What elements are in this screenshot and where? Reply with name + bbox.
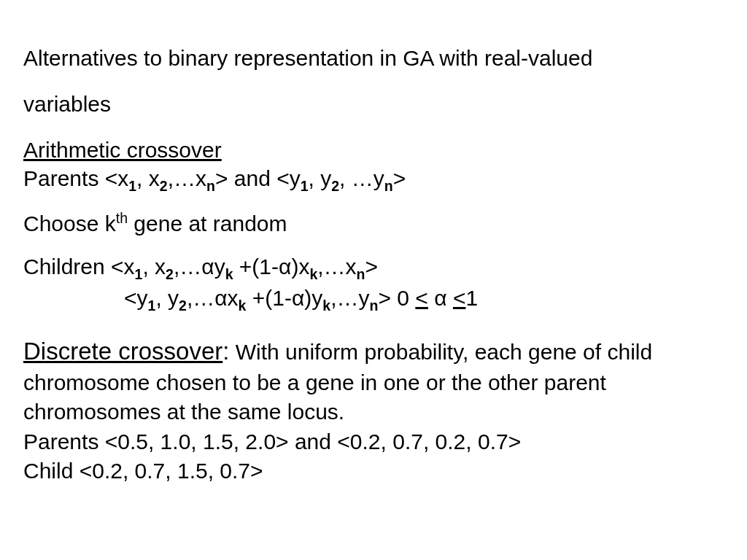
c2m2: +(1- bbox=[246, 286, 292, 310]
discrete-section: Discrete crossover: With uniform probabi… bbox=[23, 335, 724, 486]
children-label: Children <x bbox=[23, 254, 135, 279]
arithmetic-heading: Arithmetic crossover bbox=[23, 136, 724, 164]
discrete-child: Child <0.2, 0.7, 1.5, 0.7> bbox=[23, 456, 724, 486]
parents-close: > bbox=[393, 166, 406, 190]
c1m3: )x bbox=[291, 254, 309, 279]
title-line1: Alternatives to binary representation in… bbox=[23, 44, 724, 72]
c2m: x bbox=[228, 286, 239, 310]
c1m2: +(1- bbox=[233, 254, 279, 279]
parents-mid: > and <y bbox=[215, 166, 301, 190]
c2m3: )y bbox=[304, 286, 322, 310]
discrete-parents: Parents <0.5, 1.0, 1.5, 2.0> and <0.2, 0… bbox=[23, 427, 724, 457]
child-line1: Children <x1, x2,…αyk +(1-α)xk,…xn> bbox=[23, 252, 724, 284]
c1m: y bbox=[214, 254, 225, 279]
title-line2: variables bbox=[23, 90, 724, 118]
slide-title: Alternatives to binary representation in… bbox=[23, 44, 724, 118]
child-line2: <y1, y2,…αxk +(1-α)yk,…yn> 0 < α <1 bbox=[23, 284, 724, 315]
le2: < bbox=[453, 286, 466, 310]
parents-line: Parents <x1, x2,…xn> and <y1, y2, …yn> bbox=[23, 164, 724, 195]
discrete-heading: Discrete crossover bbox=[23, 338, 222, 365]
le1: < bbox=[415, 286, 428, 310]
apost: 1 bbox=[465, 286, 478, 310]
children-block: Children <x1, x2,…αyk +(1-α)xk,…xn> <y1,… bbox=[23, 252, 724, 316]
apre: > 0 bbox=[378, 286, 415, 310]
choose-tail: gene at random bbox=[128, 211, 287, 236]
parents-label: Parents <x bbox=[23, 166, 128, 190]
choose-line: Choose kth gene at random bbox=[23, 209, 724, 239]
arithmetic-section: Arithmetic crossover Parents <x1, x2,…xn… bbox=[23, 136, 724, 195]
choose-label: Choose k bbox=[23, 211, 116, 236]
